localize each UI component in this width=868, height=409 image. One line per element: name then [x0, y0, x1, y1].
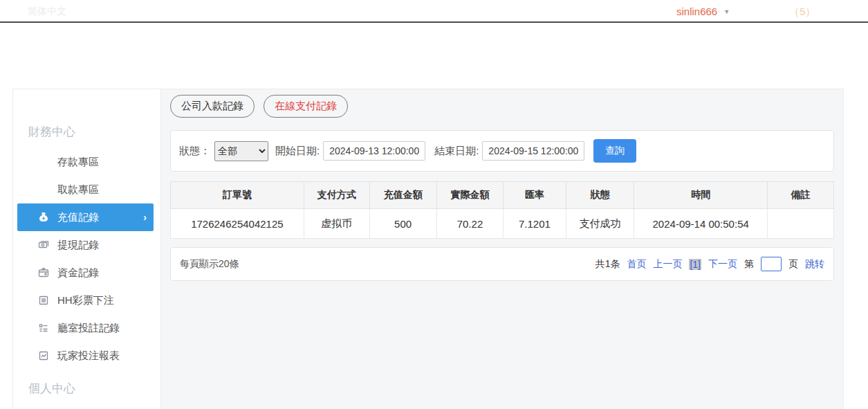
username: sinlin666 — [676, 6, 717, 17]
tab-online-payment-records[interactable]: 在線支付記錄 — [264, 95, 348, 118]
cell-remark — [768, 209, 834, 239]
pagination-bar: 每頁顯示20條 共1条 首页 上一页 [1] 下一页 第 页 跳转 — [170, 247, 834, 281]
sidebar-item-label: 提現記錄 — [57, 239, 99, 252]
cell-pay-method: 虚拟币 — [304, 209, 369, 239]
filter-bar: 狀態： 全部 開始日期: 結束日期: 查詢 — [170, 130, 834, 172]
sidebar: 財務中心 存款專區 取款專區 充值記錄 › — [13, 89, 161, 409]
records-table: 訂單號 支付方式 充值金額 實際金額 匯率 狀態 時間 備註 172624625… — [170, 181, 834, 239]
notification-badge[interactable]: （5） — [789, 6, 815, 19]
col-exchange-rate: 匯率 — [504, 182, 566, 209]
cell-actual-amount: 70.22 — [436, 209, 504, 239]
jump-action-link[interactable]: 跳转 — [805, 258, 824, 271]
current-page: [1] — [689, 259, 701, 270]
list-icon — [38, 322, 49, 334]
chevron-down-icon: ▼ — [723, 8, 730, 15]
col-recharge-amount: 充值金額 — [369, 182, 436, 209]
pager-controls: 共1条 首页 上一页 [1] 下一页 第 页 跳转 — [595, 257, 824, 271]
sidebar-item-hh-lottery-bets[interactable]: HH彩票下注 — [17, 287, 154, 314]
prev-page-link[interactable]: 上一页 — [653, 258, 682, 271]
main-frame: 財務中心 存款專區 取款專區 充值記錄 › — [12, 89, 844, 409]
banknotes-icon — [38, 239, 49, 251]
start-date-input[interactable] — [323, 141, 425, 161]
status-label: 狀態： — [179, 145, 210, 158]
col-order-no: 訂單號 — [171, 182, 304, 209]
total-count: 共1条 — [595, 258, 620, 271]
end-date-input[interactable] — [482, 141, 584, 161]
cell-order-no: 1726246254042125 — [171, 209, 304, 239]
col-remark: 備註 — [768, 182, 834, 209]
table-header-row: 訂單號 支付方式 充值金額 實際金額 匯率 狀態 時間 備註 — [171, 182, 834, 209]
sidebar-item-label: 充值記錄 — [57, 211, 99, 224]
sidebar-item-deposit-zone[interactable]: 存款專區 — [17, 148, 154, 176]
sidebar-item-player-bet-report[interactable]: 玩家投注報表 — [17, 342, 154, 370]
money-bag-icon — [38, 212, 49, 223]
table-row: 1726246254042125 虚拟币 500 70.22 7.1201 支付… — [171, 209, 834, 239]
sidebar-item-label: 取款專區 — [57, 183, 99, 197]
sidebar-item-label: 玩家投注報表 — [57, 349, 120, 363]
sidebar-item-label: 存款專區 — [57, 156, 99, 169]
sidebar-item-withdraw-zone[interactable]: 取款專區 — [17, 176, 154, 203]
jump-suffix: 页 — [788, 258, 798, 271]
topbar: 简体中文 sinlin666 ▼ （5） — [0, 0, 868, 23]
sidebar-item-label: 廳室投註記錄 — [57, 322, 120, 335]
col-pay-method: 支付方式 — [304, 182, 369, 209]
jump-prefix: 第 — [744, 258, 754, 271]
cell-time: 2024-09-14 00:50:54 — [634, 209, 768, 239]
end-date-label: 結束日期: — [434, 145, 479, 158]
page-jump-input[interactable] — [761, 257, 782, 271]
start-date-label: 開始日期: — [275, 145, 320, 158]
col-actual-amount: 實際金額 — [436, 182, 504, 209]
records-table-wrap: 訂單號 支付方式 充值金額 實際金額 匯率 狀態 時間 備註 172624625… — [170, 181, 834, 239]
report-chart-icon — [38, 350, 49, 361]
col-status: 狀態 — [566, 182, 634, 209]
cell-recharge-amount: 500 — [369, 209, 436, 239]
user-menu[interactable]: sinlin666 ▼ — [676, 6, 730, 17]
sidebar-section-finance: 財務中心 — [13, 113, 160, 148]
sidebar-item-room-bet-records[interactable]: 廳室投註記錄 — [17, 314, 154, 342]
sidebar-item-withdrawal-records[interactable]: 提現記錄 — [17, 231, 154, 259]
cell-status: 支付成功 — [566, 209, 634, 239]
col-time: 時間 — [634, 182, 768, 209]
first-page-link[interactable]: 首页 — [627, 258, 646, 271]
page-size-text: 每頁顯示20條 — [180, 258, 239, 271]
tab-company-deposit-records[interactable]: 公司入款記錄 — [170, 95, 255, 118]
sidebar-item-label: HH彩票下注 — [57, 294, 114, 307]
next-page-link[interactable]: 下一页 — [708, 258, 737, 271]
chevron-right-icon: › — [143, 212, 147, 223]
record-tabs: 公司入款記錄 在線支付記錄 — [170, 95, 834, 118]
document-icon — [38, 295, 49, 306]
wallet-icon — [38, 267, 49, 278]
sidebar-item-recharge-records[interactable]: 充值記錄 › — [17, 203, 154, 231]
sidebar-item-fund-records[interactable]: 資金記錄 — [17, 259, 154, 287]
language-switcher[interactable]: 简体中文 — [28, 6, 66, 18]
status-select[interactable]: 全部 — [214, 141, 268, 161]
search-button[interactable]: 查詢 — [593, 139, 636, 163]
content-area: 公司入款記錄 在線支付記錄 狀態： 全部 開始日期: 結束日期: 查詢 — [161, 89, 843, 409]
sidebar-section-personal: 個人中心 — [13, 370, 160, 405]
cell-exchange-rate: 7.1201 — [504, 209, 566, 239]
sidebar-item-label: 資金記錄 — [57, 266, 99, 280]
